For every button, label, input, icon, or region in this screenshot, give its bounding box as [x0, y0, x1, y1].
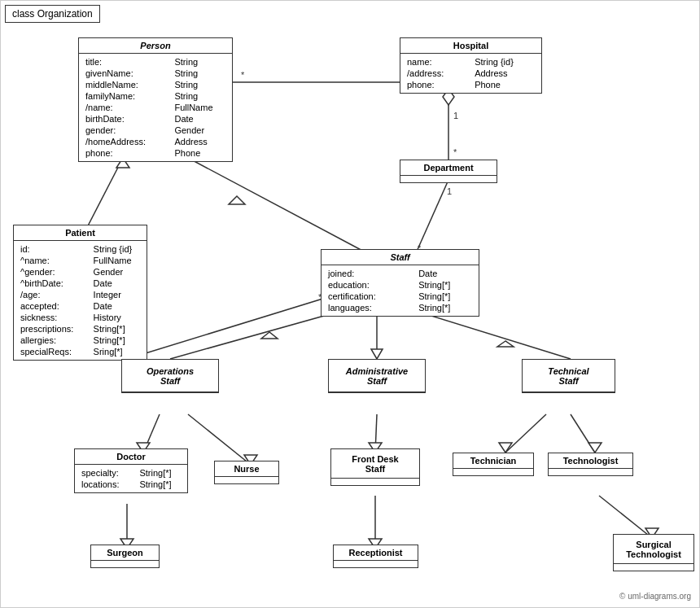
- svg-line-23: [143, 414, 160, 453]
- doctor-title: Doctor: [75, 449, 187, 465]
- staff-body: joined:Date education:String[*] certific…: [322, 265, 479, 316]
- doctor-body: specialty:String[*] locations:String[*]: [75, 465, 187, 492]
- technical-staff-title: Technical Staff: [523, 360, 615, 392]
- admin-staff-title: Administrative Staff: [329, 360, 425, 392]
- svg-line-31: [571, 414, 595, 453]
- surgical-tech-title: Surgical Technologist: [614, 535, 693, 564]
- department-title: Department: [400, 160, 497, 176]
- patient-body: id:String {id} ^name:FullName ^gender:Ge…: [14, 241, 147, 360]
- class-person: Person title:String givenName:String mid…: [78, 37, 233, 162]
- svg-marker-22: [497, 341, 514, 347]
- svg-marker-32: [588, 443, 602, 453]
- svg-marker-20: [371, 349, 383, 359]
- class-surgeon: Surgeon: [90, 545, 160, 568]
- svg-marker-18: [261, 332, 278, 339]
- hospital-body: name:String {id} /address:Address phone:…: [400, 54, 541, 93]
- svg-line-27: [375, 414, 377, 453]
- technician-title: Technician: [453, 453, 533, 469]
- receptionist-title: Receptionist: [334, 545, 418, 561]
- hospital-title: Hospital: [400, 38, 541, 54]
- svg-text:*: *: [453, 147, 457, 157]
- surgeon-title: Surgeon: [91, 545, 159, 561]
- svg-line-29: [505, 414, 546, 453]
- patient-title: Patient: [14, 225, 147, 241]
- staff-title: Staff: [322, 250, 479, 265]
- nurse-title: Nurse: [215, 461, 278, 477]
- class-technical-staff: Technical Staff: [522, 359, 615, 393]
- class-technologist: Technologist: [548, 453, 633, 476]
- class-front-desk: Front Desk Staff: [330, 448, 420, 486]
- class-hospital: Hospital name:String {id} /address:Addre…: [400, 37, 542, 94]
- class-surgical-technologist: Surgical Technologist: [613, 534, 694, 571]
- class-doctor: Doctor specialty:String[*] locations:Str…: [74, 448, 188, 493]
- copyright: © uml-diagrams.org: [619, 592, 691, 601]
- front-desk-title: Front Desk Staff: [331, 449, 419, 479]
- svg-text:*: *: [241, 70, 245, 80]
- diagram-container: class Organization * * 1 * 1 * * *: [0, 0, 700, 608]
- class-department: Department: [400, 160, 497, 183]
- department-body: [400, 176, 497, 182]
- svg-line-7: [416, 180, 448, 253]
- class-technician: Technician: [453, 453, 534, 476]
- class-admin-staff: Administrative Staff: [328, 359, 426, 393]
- svg-line-14: [127, 294, 339, 359]
- svg-line-12: [188, 158, 367, 253]
- class-patient: Patient id:String {id} ^name:FullName ^g…: [13, 225, 147, 361]
- svg-marker-13: [229, 196, 245, 204]
- svg-text:1: 1: [453, 111, 458, 120]
- class-receptionist: Receptionist: [333, 545, 418, 568]
- diagram-title: class Organization: [5, 5, 100, 23]
- class-operations-staff: Operations Staff: [121, 359, 219, 393]
- person-title: Person: [79, 38, 232, 54]
- technologist-title: Technologist: [549, 453, 632, 469]
- person-body: title:String givenName:String middleName…: [79, 54, 232, 161]
- operations-staff-title: Operations Staff: [122, 360, 218, 392]
- class-nurse: Nurse: [214, 461, 279, 484]
- svg-text:1: 1: [447, 186, 452, 196]
- svg-marker-30: [499, 443, 512, 453]
- svg-line-37: [599, 496, 652, 538]
- class-staff: Staff joined:Date education:String[*] ce…: [321, 249, 479, 317]
- svg-line-25: [188, 414, 251, 465]
